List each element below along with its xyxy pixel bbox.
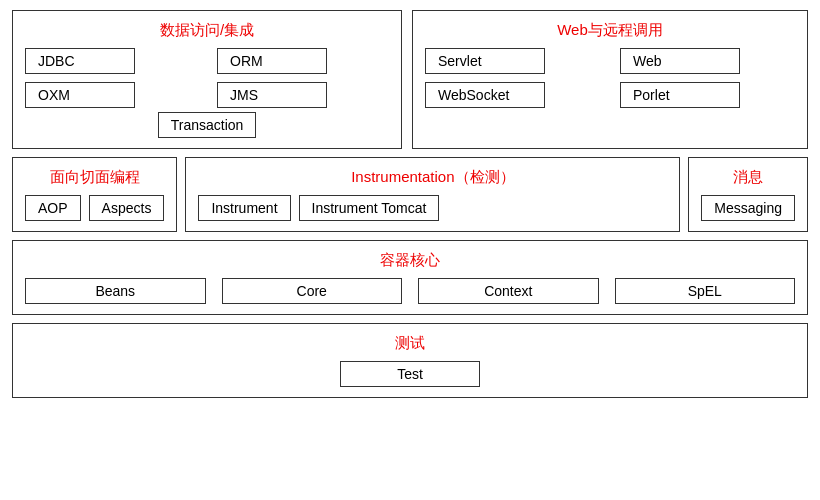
aop-title: 面向切面编程: [25, 168, 164, 187]
module-beans: Beans: [25, 278, 206, 304]
container-core-section: 容器核心 Beans Core Context SpEL: [12, 240, 808, 315]
module-aspects: Aspects: [89, 195, 165, 221]
web-remote-grid: Servlet Web WebSocket Porlet: [425, 48, 795, 108]
module-servlet: Servlet: [425, 48, 545, 74]
module-porlet: Porlet: [620, 82, 740, 108]
data-access-section: 数据访问/集成 JDBC ORM OXM JMS Transaction: [12, 10, 402, 149]
module-messaging: Messaging: [701, 195, 795, 221]
web-remote-title: Web与远程调用: [425, 21, 795, 40]
module-websocket: WebSocket: [425, 82, 545, 108]
aop-items: AOP Aspects: [25, 195, 164, 221]
module-oxm: OXM: [25, 82, 135, 108]
module-orm: ORM: [217, 48, 327, 74]
module-transaction: Transaction: [158, 112, 257, 138]
module-jdbc: JDBC: [25, 48, 135, 74]
messaging-items: Messaging: [701, 195, 795, 221]
module-context: Context: [418, 278, 599, 304]
aop-section: 面向切面编程 AOP Aspects: [12, 157, 177, 232]
module-instrument: Instrument: [198, 195, 290, 221]
transaction-row: Transaction: [25, 112, 389, 138]
web-remote-section: Web与远程调用 Servlet Web WebSocket Porlet: [412, 10, 808, 149]
module-jms: JMS: [217, 82, 327, 108]
messaging-title: 消息: [701, 168, 795, 187]
instrumentation-items: Instrument Instrument Tomcat: [198, 195, 667, 221]
data-access-grid: JDBC ORM OXM JMS: [25, 48, 389, 108]
module-test: Test: [340, 361, 480, 387]
test-row: 测试 Test: [12, 323, 808, 398]
module-web: Web: [620, 48, 740, 74]
container-core-title: 容器核心: [25, 251, 795, 270]
messaging-section: 消息 Messaging: [688, 157, 808, 232]
test-items: Test: [25, 361, 795, 387]
module-core: Core: [222, 278, 403, 304]
test-section: 测试 Test: [12, 323, 808, 398]
container-core-row: 容器核心 Beans Core Context SpEL: [12, 240, 808, 315]
data-access-title: 数据访问/集成: [25, 21, 389, 40]
instrumentation-title: Instrumentation（检测）: [198, 168, 667, 187]
module-aop: AOP: [25, 195, 81, 221]
module-spel: SpEL: [615, 278, 796, 304]
module-instrument-tomcat: Instrument Tomcat: [299, 195, 440, 221]
core-items: Beans Core Context SpEL: [25, 278, 795, 304]
test-title: 测试: [25, 334, 795, 353]
instrumentation-section: Instrumentation（检测） Instrument Instrumen…: [185, 157, 680, 232]
